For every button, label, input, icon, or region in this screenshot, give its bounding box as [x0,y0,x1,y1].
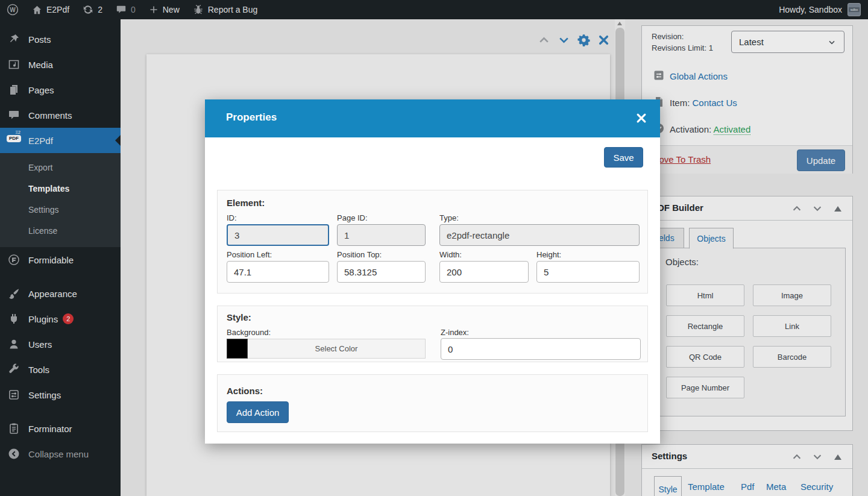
element-section-title: Element: [227,198,265,208]
actions-section-title: Actions: [227,386,263,396]
element-section: Element: ID: Page ID: Type: Position Lef… [217,190,648,294]
screen: W E2Pdf 2 0 New [0,0,868,496]
position-left-label: Position Left: [227,250,272,259]
properties-modal: Properties Save Element: ID: Page ID: Ty… [205,99,660,444]
width-label: Width: [439,250,462,259]
select-color-button[interactable]: Select Color [248,339,426,359]
page-id-field[interactable] [337,224,426,246]
position-left-field[interactable] [227,261,329,283]
height-field[interactable] [536,261,640,283]
save-button[interactable]: Save [604,147,643,168]
style-section-title: Style: [227,312,251,322]
modal-title: Properties [226,111,277,124]
id-field[interactable] [227,224,329,246]
position-top-label: Position Top: [337,250,382,259]
color-swatch[interactable] [227,339,248,359]
type-field[interactable] [439,224,640,246]
zindex-field[interactable] [441,338,641,360]
actions-section: Actions: Add Action [217,374,648,432]
zindex-label: Z-index: [441,328,469,337]
background-label: Background: [227,328,271,337]
add-action-button[interactable]: Add Action [227,401,289,423]
position-top-field[interactable] [337,261,426,283]
height-label: Height: [536,250,561,259]
modal-header: Properties [205,99,660,137]
close-icon[interactable] [636,113,647,124]
width-field[interactable] [439,261,529,283]
id-label: ID: [227,213,237,222]
type-label: Type: [439,213,459,222]
style-section: Style: Background: Select Color Z-index: [217,306,648,362]
page-id-label: Page ID: [337,213,368,222]
